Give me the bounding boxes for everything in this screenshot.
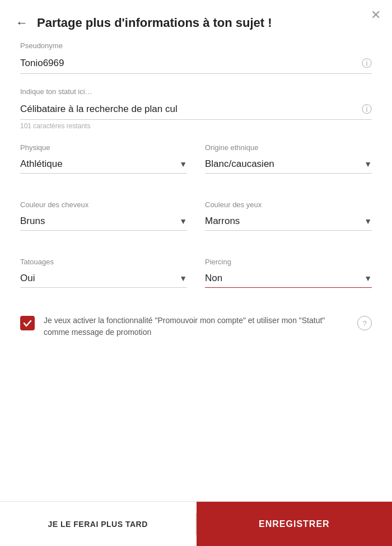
back-button[interactable]: ← [16, 17, 28, 29]
piercing-label: Piercing [205, 258, 372, 266]
pseudonyme-info-icon[interactable]: ⓘ [362, 57, 372, 70]
yeux-label: Couleur des yeux [205, 200, 372, 209]
row-physique-origine: Physique Athlétique ▼ Origine ethnique B… [20, 143, 372, 187]
modal-footer: JE LE FERAI PLUS TARD ENREGISTRER [0, 501, 392, 546]
statut-label: Indique ton statut ici… [20, 87, 372, 96]
origine-group: Origine ethnique Blanc/caucasien ▼ [205, 143, 372, 174]
cheveux-group: Couleur des cheveux Bruns ▼ [20, 200, 187, 231]
statut-group: Indique ton statut ici… ⓘ 101 caractères… [20, 87, 372, 130]
close-button[interactable]: ✕ [371, 9, 381, 21]
tatouages-value: Oui [20, 273, 179, 284]
piercing-value: Non [205, 273, 364, 284]
form-content: Pseudonyme ⓘ Indique ton statut ici… ⓘ 1… [0, 41, 392, 501]
tatouages-label: Tatouages [20, 258, 187, 266]
yeux-group: Couleur des yeux Marrons ▼ [205, 200, 372, 231]
piercing-select[interactable]: Non ▼ [205, 269, 372, 288]
piercing-chevron-icon: ▼ [364, 274, 372, 283]
row-tatouages-piercing: Tatouages Oui ▼ Piercing Non ▼ [20, 258, 372, 301]
tatouages-chevron-icon: ▼ [179, 274, 187, 283]
statut-input[interactable] [20, 104, 362, 115]
promote-checkbox-row: Je veux activer la fonctionnalité "Promo… [20, 315, 372, 338]
physique-value: Athlétique [20, 158, 179, 170]
physique-label: Physique [20, 143, 187, 152]
statut-field-row: ⓘ [20, 99, 372, 120]
row-cheveux-yeux: Couleur des cheveux Bruns ▼ Couleur des … [20, 200, 372, 244]
statut-info-icon[interactable]: ⓘ [362, 102, 372, 116]
physique-chevron-icon: ▼ [179, 160, 187, 169]
origine-select[interactable]: Blanc/caucasien ▼ [205, 155, 372, 174]
physique-select[interactable]: Athlétique ▼ [20, 155, 187, 174]
checkmark-icon [23, 319, 32, 328]
modal-header: ← Partage plus d'informations à ton suje… [0, 0, 392, 41]
origine-value: Blanc/caucasien [205, 158, 364, 170]
pseudonyme-label: Pseudonyme [20, 41, 372, 50]
promote-checkbox-label: Je veux activer la fonctionnalité "Promo… [44, 315, 348, 338]
piercing-group: Piercing Non ▼ [205, 258, 372, 288]
modal-container: ✕ ← Partage plus d'informations à ton su… [0, 0, 392, 546]
tatouages-group: Tatouages Oui ▼ [20, 258, 187, 288]
cheveux-label: Couleur des cheveux [20, 200, 187, 209]
origine-label: Origine ethnique [205, 143, 372, 152]
yeux-value: Marrons [205, 216, 364, 227]
pseudonyme-input[interactable] [20, 58, 362, 69]
char-count: 101 caractères restants [20, 122, 372, 130]
yeux-chevron-icon: ▼ [364, 217, 372, 226]
skip-button[interactable]: JE LE FERAI PLUS TARD [0, 502, 195, 546]
tatouages-select[interactable]: Oui ▼ [20, 269, 187, 288]
pseudonyme-group: Pseudonyme ⓘ [20, 41, 372, 74]
promote-checkbox[interactable] [20, 316, 35, 330]
yeux-select[interactable]: Marrons ▼ [205, 212, 372, 231]
physique-group: Physique Athlétique ▼ [20, 143, 187, 174]
page-title: Partage plus d'informations à ton sujet … [37, 16, 272, 30]
cheveux-value: Bruns [20, 216, 179, 227]
save-button[interactable]: ENREGISTRER [197, 502, 392, 546]
origine-chevron-icon: ▼ [364, 160, 372, 169]
pseudonyme-field-row: ⓘ [20, 53, 372, 74]
promote-help-icon[interactable]: ? [357, 316, 372, 330]
cheveux-select[interactable]: Bruns ▼ [20, 212, 187, 231]
cheveux-chevron-icon: ▼ [179, 217, 187, 226]
